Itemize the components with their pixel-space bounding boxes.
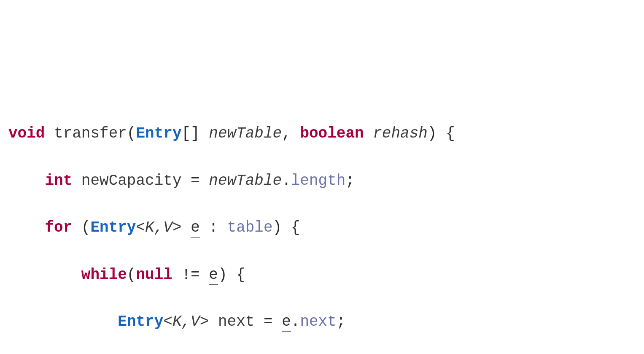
keyword-for: for xyxy=(45,219,72,236)
type-entry: Entry xyxy=(136,125,181,142)
keyword-void: void xyxy=(8,125,45,142)
type-entry: Entry xyxy=(118,313,163,330)
prop-next: next xyxy=(300,313,336,330)
code-line-4: while(null != e) { xyxy=(8,263,636,287)
prop-length: length xyxy=(291,172,346,189)
code-line-1: void transfer(Entry[] newTable, boolean … xyxy=(8,122,636,146)
code-line-2: int newCapacity = newTable.length; xyxy=(8,169,636,193)
keyword-null: null xyxy=(136,266,172,284)
keyword-int: int xyxy=(45,172,72,189)
code-line-5: Entry<K,V> next = e.next; xyxy=(8,310,636,334)
param-newtable: newTable xyxy=(209,125,282,142)
param-rehash: rehash xyxy=(373,125,428,142)
field-table: table xyxy=(227,219,273,236)
keyword-while: while xyxy=(81,266,127,284)
code-block: void transfer(Entry[] newTable, boolean … xyxy=(8,98,636,354)
var-e: e xyxy=(191,219,200,238)
type-entry: Entry xyxy=(90,219,136,236)
code-line-3: for (Entry<K,V> e : table) { xyxy=(8,216,636,240)
keyword-boolean: boolean xyxy=(300,125,364,142)
method-name: transfer xyxy=(54,125,127,142)
